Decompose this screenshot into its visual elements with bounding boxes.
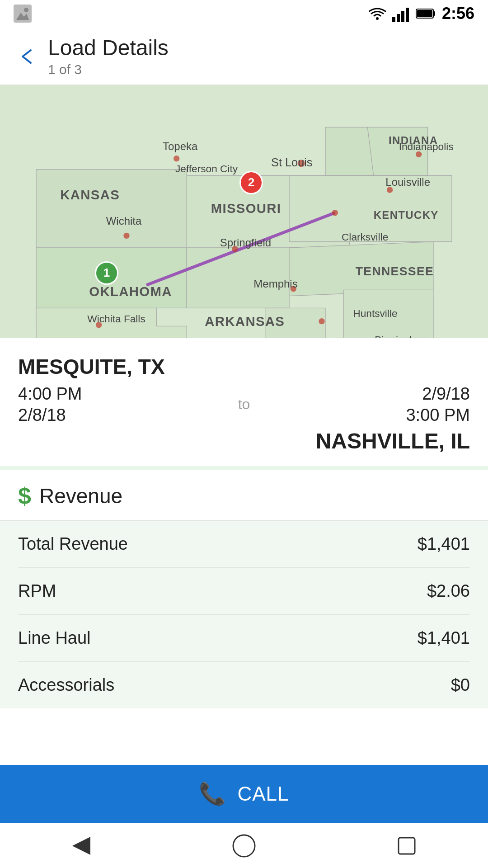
svg-text:Jefferson City: Jefferson City (175, 163, 238, 175)
origin-date: 2/8/18 (18, 406, 82, 425)
to-label: to (238, 396, 250, 413)
phone-icon: 📞 (199, 781, 226, 807)
svg-text:Wichita Falls: Wichita Falls (87, 313, 145, 325)
svg-marker-16 (36, 169, 187, 247)
revenue-section: $ Revenue Total Revenue $1,401 RPM $2.06… (0, 470, 488, 765)
svg-rect-7 (406, 8, 409, 22)
back-arrow-icon (18, 47, 36, 66)
route-origin: MESQUITE, TX (18, 354, 470, 379)
status-bar-right: 2:56 (369, 4, 474, 23)
revenue-row-value: $0 (451, 675, 470, 695)
svg-rect-10 (417, 10, 432, 17)
map-pin-destination: 2 (239, 171, 263, 194)
revenue-row-label: Total Revenue (18, 534, 128, 554)
svg-text:TENNESSEE: TENNESSEE (356, 264, 434, 278)
status-time: 2:56 (442, 4, 474, 23)
app-bar: Load Details 1 of 3 (0, 27, 488, 85)
svg-text:OKLAHOMA: OKLAHOMA (89, 283, 172, 298)
call-button[interactable]: 📞 CALL (0, 765, 488, 823)
map-view[interactable]: KANSAS OKLAHOMA TEXAS MISSOURI ARKANSAS … (0, 85, 488, 338)
revenue-row-value: $1,401 (418, 534, 470, 554)
route-times-right: 2/9/18 3:00 PM (406, 384, 470, 425)
revenue-row-label: RPM (18, 581, 56, 601)
revenue-row: Accessorials $0 (18, 662, 470, 708)
revenue-row-label: Line Haul (18, 628, 91, 648)
svg-rect-5 (397, 14, 400, 22)
revenue-row-label: Accessorials (18, 675, 114, 695)
status-bar: 2:56 (0, 0, 488, 27)
svg-text:Clarksville: Clarksville (342, 231, 388, 243)
svg-text:KENTUCKY: KENTUCKY (374, 209, 439, 221)
svg-text:Memphis: Memphis (253, 278, 297, 290)
wifi-icon (369, 5, 386, 22)
svg-text:St Louis: St Louis (271, 156, 313, 169)
signal-icon (392, 5, 409, 22)
route-times-left: 4:00 PM 2/8/18 (18, 384, 82, 425)
svg-text:Springfield: Springfield (220, 236, 271, 249)
svg-text:Topeka: Topeka (163, 140, 198, 152)
call-label: CALL (237, 783, 289, 805)
route-section: MESQUITE, TX 4:00 PM 2/8/18 to 2/9/18 3:… (0, 338, 488, 470)
revenue-row: RPM $2.06 (18, 568, 470, 615)
svg-point-34 (123, 232, 129, 238)
svg-point-31 (319, 318, 324, 324)
svg-point-2 (24, 8, 28, 12)
battery-icon (416, 7, 436, 20)
dollar-icon: $ (18, 482, 31, 509)
svg-point-3 (376, 17, 379, 20)
svg-marker-64 (72, 837, 90, 855)
dest-time: 2/9/18 (422, 384, 470, 404)
svg-text:Indianapolis: Indianapolis (399, 141, 454, 152)
svg-marker-20 (325, 127, 374, 175)
app-bar-title-group: Load Details 1 of 3 (48, 36, 169, 77)
nav-back-button[interactable] (63, 828, 99, 864)
status-bar-left (14, 5, 32, 23)
nav-bar (0, 823, 488, 868)
revenue-header: $ Revenue (0, 470, 488, 521)
origin-time: 4:00 PM (18, 384, 82, 404)
revenue-row-value: $1,401 (418, 628, 470, 648)
route-destination: NASHVILLE, IL (18, 429, 470, 453)
route-times: 4:00 PM 2/8/18 to 2/9/18 3:00 PM (18, 384, 470, 425)
revenue-row: Line Haul $1,401 (18, 615, 470, 662)
nav-recents-icon (393, 832, 420, 859)
svg-point-65 (233, 835, 255, 857)
app-bar-subtitle: 1 of 3 (48, 62, 169, 77)
svg-text:MISSOURI: MISSOURI (211, 200, 282, 215)
nav-home-button[interactable] (226, 828, 262, 864)
revenue-row: Total Revenue $1,401 (18, 521, 470, 568)
svg-text:ARKANSAS: ARKANSAS (205, 314, 285, 329)
svg-rect-4 (392, 17, 395, 22)
back-button[interactable] (14, 43, 41, 70)
svg-text:Wichita: Wichita (106, 215, 142, 227)
revenue-row-value: $2.06 (427, 581, 470, 601)
svg-text:KANSAS: KANSAS (60, 187, 120, 202)
app-bar-title: Load Details (48, 36, 169, 60)
nav-home-icon (230, 832, 258, 859)
svg-rect-6 (401, 11, 404, 22)
svg-text:Louisville: Louisville (385, 175, 430, 188)
svg-text:Huntsville: Huntsville (353, 307, 397, 319)
revenue-rows: Total Revenue $1,401 RPM $2.06 Line Haul… (0, 521, 488, 708)
image-icon (14, 5, 32, 23)
revenue-title: Revenue (39, 484, 122, 508)
dest-date: 3:00 PM (406, 406, 470, 425)
nav-recents-button[interactable] (389, 828, 425, 864)
svg-text:Birmingham: Birmingham (375, 333, 429, 338)
map-pin-origin: 1 (95, 261, 118, 285)
nav-back-icon (68, 832, 95, 859)
svg-point-28 (332, 210, 338, 216)
svg-rect-9 (433, 11, 435, 16)
map-background: KANSAS OKLAHOMA TEXAS MISSOURI ARKANSAS … (0, 85, 488, 338)
svg-rect-66 (399, 838, 415, 854)
svg-point-24 (174, 156, 179, 161)
